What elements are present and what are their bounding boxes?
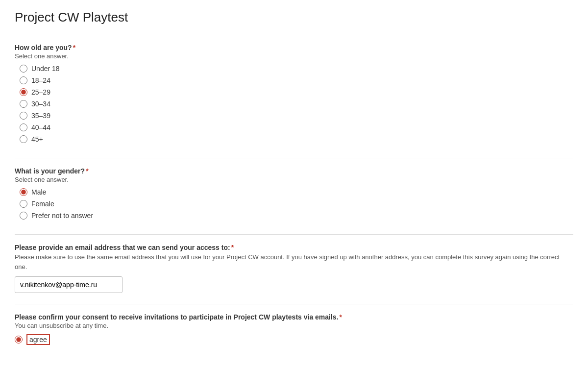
age-question-sublabel: Select one answer.: [15, 52, 573, 60]
age-label-35-39: 35–39: [31, 112, 50, 120]
age-option-30-34[interactable]: 30–34: [20, 100, 573, 108]
age-label-40-44: 40–44: [31, 123, 50, 131]
email-description: Please make sure to use the same email a…: [15, 252, 573, 271]
gender-radio-prefer-not[interactable]: [20, 212, 27, 220]
age-radio-45plus[interactable]: [20, 135, 27, 143]
email-input[interactable]: [15, 276, 122, 293]
age-radio-under18[interactable]: [20, 65, 27, 73]
email-question-label: Please provide an email address that we …: [15, 244, 573, 251]
consent-agree-option[interactable]: agree: [15, 334, 573, 345]
gender-label-prefer-not: Prefer not to answer: [31, 212, 93, 220]
gender-question-section: What is your gender?* Select one answer.…: [15, 158, 573, 235]
gender-option-male[interactable]: Male: [20, 188, 573, 196]
gender-label-female: Female: [31, 200, 54, 208]
gender-options-group: Male Female Prefer not to answer: [15, 188, 573, 220]
gender-question-label: What is your gender?*: [15, 167, 573, 175]
consent-label-agree: agree: [26, 334, 50, 345]
page-title: Project CW Playtest: [15, 10, 573, 25]
age-question-section: How old are you?* Select one answer. Und…: [15, 35, 573, 158]
consent-question-section: Please confirm your consent to receive i…: [15, 304, 573, 356]
age-label-18-24: 18–24: [31, 76, 50, 84]
age-option-18-24[interactable]: 18–24: [20, 76, 573, 84]
age-label-30-34: 30–34: [31, 100, 50, 108]
age-radio-30-34[interactable]: [20, 100, 27, 108]
gender-question-sublabel: Select one answer.: [15, 176, 573, 183]
email-question-section: Please provide an email address that we …: [15, 235, 573, 304]
age-label-25-29: 25–29: [31, 88, 50, 96]
age-radio-18-24[interactable]: [20, 76, 27, 84]
gender-option-female[interactable]: Female: [20, 200, 573, 208]
age-option-under18[interactable]: Under 18: [20, 65, 573, 73]
age-option-45plus[interactable]: 45+: [20, 135, 573, 143]
age-label-under18: Under 18: [31, 65, 60, 73]
age-option-25-29[interactable]: 25–29: [20, 88, 573, 96]
gender-radio-female[interactable]: [20, 200, 27, 208]
gender-option-prefer-not[interactable]: Prefer not to answer: [20, 212, 573, 220]
age-radio-25-29[interactable]: [20, 88, 27, 96]
age-question-label: How old are you?*: [15, 44, 573, 51]
age-options-group: Under 18 18–24 25–29 30–34 35–39 40–44: [15, 65, 573, 143]
consent-description: You can unsubscribe at any time.: [15, 322, 573, 329]
age-option-40-44[interactable]: 40–44: [20, 123, 573, 131]
age-radio-40-44[interactable]: [20, 123, 27, 131]
consent-question-label: Please confirm your consent to receive i…: [15, 313, 573, 321]
age-label-45plus: 45+: [31, 135, 43, 143]
gender-label-male: Male: [31, 188, 46, 196]
age-option-35-39[interactable]: 35–39: [20, 112, 573, 120]
consent-radio-agree[interactable]: [15, 336, 23, 343]
gender-radio-male[interactable]: [20, 188, 27, 196]
age-radio-35-39[interactable]: [20, 112, 27, 120]
